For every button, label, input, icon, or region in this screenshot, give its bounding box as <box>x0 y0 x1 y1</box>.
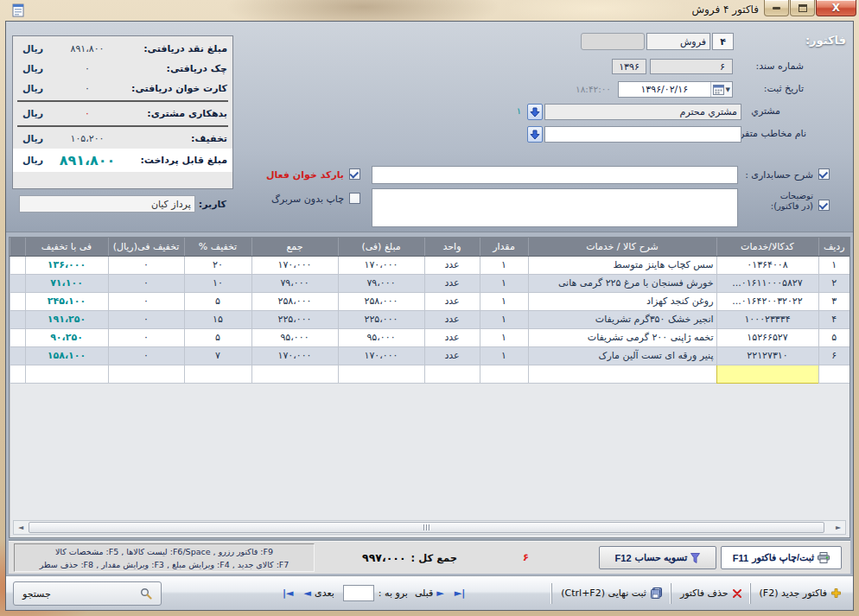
cell-row[interactable]: ۶ <box>818 346 849 365</box>
cell-qty[interactable]: ۱ <box>480 328 528 346</box>
cell-final[interactable]: ۹۰،۲۵۰ <box>25 328 108 346</box>
table-row[interactable]: ۶۲۲۱۲۷۳۱۰پنیر ورقه ای تست آلین مارک۱عدد۱… <box>10 346 849 365</box>
cell-unit[interactable]: عدد <box>424 292 480 310</box>
invoice-type-field[interactable]: فروش <box>646 33 710 50</box>
cell-ind[interactable] <box>10 365 25 383</box>
cell-price[interactable]: ۷۹،۰۰۰ <box>338 274 424 292</box>
table-row[interactable]: ۵۱۵۲۶۶۵۲۷تخمه ژاپنی ۲۰۰ گرمی تشریفات۱عدد… <box>10 328 849 346</box>
cell-code[interactable]: ۲۲۱۲۷۳۱۰ <box>716 346 818 365</box>
final-save-button[interactable]: ثبت نهایی (Ctrl+F2) <box>556 582 667 605</box>
cell-total[interactable]: ۷۹،۰۰۰ <box>251 274 338 292</box>
cell-price[interactable]: ۱۷۰،۰۰۰ <box>338 256 424 274</box>
column-header[interactable]: تخفیف % <box>184 238 251 256</box>
cell-ind[interactable] <box>10 346 25 365</box>
cell-price[interactable]: ۲۵۸،۰۰۰ <box>338 292 424 310</box>
titlebar[interactable]: فاکتور ۴ فروش X <box>0 0 859 22</box>
cell-dpct[interactable] <box>184 365 251 383</box>
cell-desc[interactable]: تخمه ژاپنی ۲۰۰ گرمی تشریفات <box>528 328 716 346</box>
cell-code[interactable]: ۱۰۰۰۲۳۳۳۴ <box>716 310 818 328</box>
scroll-right-arrow-icon[interactable]: ► <box>831 521 845 534</box>
notes-textarea[interactable] <box>372 188 738 227</box>
doc-year-field[interactable]: ۱۳۹۶ <box>612 59 646 74</box>
column-header[interactable]: جمع <box>251 238 338 256</box>
cell-price[interactable]: ۲۲۵،۰۰۰ <box>338 310 424 328</box>
cell-price[interactable]: ۱۷۰،۰۰۰ <box>338 346 424 365</box>
column-header[interactable]: تخفیف فی(ریال) <box>108 238 184 256</box>
cell-dpct[interactable]: ۵ <box>184 292 251 310</box>
cell-qty[interactable]: ۱ <box>480 256 528 274</box>
cell-ind[interactable] <box>10 328 25 346</box>
cell-desc[interactable]: انجیر خشک ۳۵۰گرم تشریفات <box>528 310 716 328</box>
cell-price[interactable]: ۹۵،۰۰۰ <box>338 328 424 346</box>
column-header[interactable]: مقدار <box>480 238 528 256</box>
customer-picker-button[interactable] <box>527 104 543 120</box>
cell-qty[interactable]: ۱ <box>480 346 528 365</box>
cell-code[interactable]: ...۰۱۶۴۲۰۰۳۲۰۲۲ <box>716 292 818 310</box>
cell-unit[interactable] <box>424 365 480 383</box>
cell-qty[interactable]: ۱ <box>480 310 528 328</box>
contact-field[interactable] <box>544 126 741 143</box>
settle-account-button[interactable]: تسویه حسابF12 <box>599 546 716 569</box>
cell-qty[interactable]: ۱ <box>480 274 528 292</box>
cell-dpct[interactable]: ۲۰ <box>184 256 251 274</box>
cell-qty[interactable]: ۱ <box>480 292 528 310</box>
cell-desc[interactable] <box>528 365 716 383</box>
cell-drial[interactable]: ۰ <box>108 274 184 292</box>
last-record-button[interactable]: ►| <box>449 582 470 605</box>
cell-unit[interactable]: عدد <box>424 346 480 365</box>
cell-dpct[interactable]: ۷ <box>184 346 251 365</box>
cell-final[interactable]: ۲۴۵،۱۰۰ <box>25 292 108 310</box>
table-row-new[interactable] <box>10 365 849 383</box>
cell-drial[interactable]: ۰ <box>108 346 184 365</box>
cell-total[interactable]: ۲۵۸،۰۰۰ <box>251 292 338 310</box>
column-header[interactable]: فی با تخفیف <box>25 238 108 256</box>
cell-final[interactable]: ۱۵۸،۱۰۰ <box>25 346 108 365</box>
accounting-input[interactable] <box>372 166 738 184</box>
horizontal-scrollbar[interactable]: ◄ ► <box>13 520 846 535</box>
cell-row[interactable]: ۱ <box>818 256 849 274</box>
customer-field[interactable]: مشتري محترم <box>544 104 741 120</box>
table-row[interactable]: ۴۱۰۰۰۲۳۳۳۴انجیر خشک ۳۵۰گرم تشریفات۱عدد۲۲… <box>10 310 849 328</box>
cell-final[interactable]: ۱۳۶،۰۰۰ <box>25 256 108 274</box>
date-picker[interactable]: ▼ ۱۳۹۶/۰۲/۱۶ <box>618 81 733 98</box>
cell-desc[interactable]: پنیر ورقه ای تست آلین مارک <box>528 346 716 365</box>
barcode-checkbox[interactable] <box>349 168 360 180</box>
cell-row[interactable]: ۵ <box>818 328 849 346</box>
cell-dpct[interactable]: ۵ <box>184 328 251 346</box>
scrollbar-thumb[interactable] <box>29 522 824 533</box>
cell-desc[interactable]: خورش فسنجان با مرغ ۲۲۵ گرمی هانی <box>528 274 716 292</box>
table-row[interactable]: ۳...۰۱۶۴۲۰۰۳۲۰۲۲روغن کنجد کهزاد۱عدد۲۵۸،۰… <box>10 292 849 310</box>
cell-dpct[interactable]: ۱۵ <box>184 310 251 328</box>
cell-dpct[interactable]: ۱۰ <box>184 274 251 292</box>
goto-record-input[interactable] <box>343 585 374 601</box>
table-row[interactable]: ۱۰۱۳۶۴۰۰۸سس کچاب هاینز متوسط۱عدد۱۷۰،۰۰۰۱… <box>10 256 849 274</box>
contact-picker-button[interactable] <box>527 126 543 143</box>
search-button[interactable]: جستجو <box>13 581 162 606</box>
cell-desc[interactable]: سس کچاب هاینز متوسط <box>528 256 716 274</box>
doc-number-field[interactable]: ۶ <box>650 59 733 74</box>
cell-drial[interactable]: ۰ <box>108 256 184 274</box>
column-header[interactable] <box>10 238 25 256</box>
cell-desc[interactable]: روغن کنجد کهزاد <box>528 292 716 310</box>
minimize-button[interactable] <box>764 0 789 16</box>
cell-row[interactable] <box>818 365 849 383</box>
cell-final[interactable]: ۱۹۱،۲۵۰ <box>25 310 108 328</box>
maximize-button[interactable] <box>790 0 815 16</box>
column-header[interactable]: کدکالا/خدمات <box>716 238 818 256</box>
scroll-left-arrow-icon[interactable]: ◄ <box>14 521 28 534</box>
cell-drial[interactable]: ۰ <box>108 328 184 346</box>
column-header[interactable]: واحد <box>424 238 480 256</box>
cell-unit[interactable]: عدد <box>424 256 480 274</box>
cell-drial[interactable]: ۰ <box>108 292 184 310</box>
cell-row[interactable]: ۴ <box>818 310 849 328</box>
new-invoice-button[interactable]: فاکتور جدید (F2) <box>754 582 846 605</box>
cell-total[interactable]: ۱۷۰،۰۰۰ <box>251 256 338 274</box>
cell-final[interactable]: ۷۱،۱۰۰ <box>25 274 108 292</box>
column-header[interactable]: شرح کالا / خدمات <box>528 238 716 256</box>
cell-ind[interactable] <box>10 274 25 292</box>
cell-total[interactable]: ۱۷۰،۰۰۰ <box>251 346 338 365</box>
invoice-number-field[interactable]: ۴ <box>712 33 734 50</box>
cell-row[interactable]: ۲ <box>818 274 849 292</box>
cell-code[interactable]: ۱۵۲۶۶۵۲۷ <box>716 328 818 346</box>
column-header[interactable]: ردیف <box>818 238 849 256</box>
